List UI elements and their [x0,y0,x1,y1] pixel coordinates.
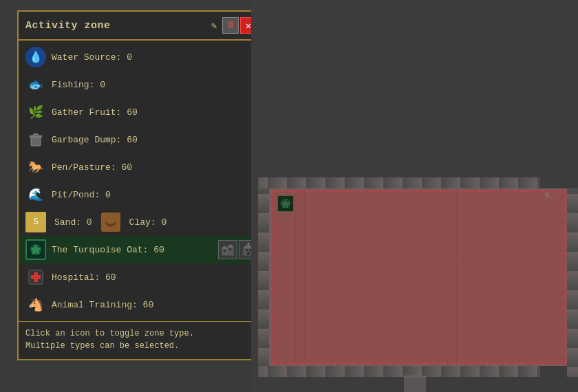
animal-training-label: Animal Training: 60 [52,300,258,310]
footer-line1: Click an icon to toggle zone type. [25,327,257,340]
clay-label: Clay: 0 [129,217,167,228]
stone-border-top [258,177,540,188]
clay-icon [99,210,122,234]
bottom-pillar [404,375,426,392]
turquoise-oat-icon [24,238,47,261]
svg-marker-11 [222,246,227,248]
zone-item-animal-training[interactable]: 🐴 Animal Training: 60 [19,291,264,318]
hospital-icon [24,265,47,289]
gather-fruit-label: Gather Fruit: 60 [52,107,258,118]
stone-border-left [258,188,269,377]
game-world: N... [251,0,578,392]
pen-pasture-label: Pen/Pasture: 60 [52,162,258,173]
footer-line2: Multiple types can be selected. [25,340,257,352]
header-controls: ✎ ⏸ ✕ [207,17,257,34]
panel-footer: Click an icon to toggle zone type. Multi… [19,321,264,359]
animal-training-icon: 🐴 [24,293,47,316]
building-icon-1 [218,240,237,259]
zone-item-turquoise-oat[interactable]: The Turquoise Oat: 60 [19,236,264,263]
svg-rect-18 [247,252,250,255]
zone-item-water-source[interactable]: 💧 Water Source: 0 [19,43,264,71]
water-source-label: Water Source: 0 [52,52,258,63]
map-coordinates: N... [545,192,561,199]
turquoise-oat-label: The Turquoise Oat: 60 [52,245,218,255]
fishing-icon: 🐟 [24,73,47,96]
gather-fruit-icon: 🌿 [24,100,47,124]
activity-zone-panel: Activity zone ✎ ⏸ ✕ 💧 Water Source: 0 🐟 … [17,10,265,360]
zone-item-garbage-dump[interactable]: Garbage Dump: 60 [19,126,264,153]
svg-marker-14 [228,244,233,247]
zone-item-pit-pond[interactable]: 🌊 Pit/Pond: 0 [19,181,264,208]
stone-border-bottom [258,366,540,377]
panel-header: Activity zone ✎ ⏸ ✕ [19,12,264,41]
garbage-dump-icon [24,128,47,151]
sand-label: Sand: 0 [54,217,92,228]
water-source-icon: 💧 [24,45,47,69]
fishing-label: Fishing: 0 [52,80,258,90]
svg-rect-1 [30,135,42,138]
zone-item-hospital[interactable]: Hospital: 60 [19,263,264,291]
svg-rect-10 [224,250,226,252]
stone-border-right [567,188,578,377]
pen-pasture-icon: 🐎 [24,155,47,179]
hospital-label: Hospital: 60 [52,272,258,283]
zone-item-gather-fruit[interactable]: 🌿 Gather Fruit: 60 [19,98,264,126]
map-marker-icon [277,195,294,212]
svg-rect-12 [228,247,233,255]
zone-items-list: 💧 Water Source: 0 🐟 Fishing: 0 🌿 Gather … [19,41,264,321]
map-interior: N... [269,188,567,366]
pit-pond-icon: 🌊 [24,183,47,206]
zone-item-sand-clay[interactable]: S Sand: 0 Clay: 0 [19,208,264,236]
svg-rect-13 [229,248,231,250]
texture [269,188,567,366]
svg-point-6 [106,217,116,224]
pit-pond-label: Pit/Pond: 0 [52,190,258,200]
zone-item-pen-pasture[interactable]: 🐎 Pen/Pasture: 60 [19,153,264,181]
svg-rect-24 [31,275,41,279]
pause-button[interactable]: ⏸ [222,17,239,34]
garbage-dump-label: Garbage Dump: 60 [52,135,258,145]
svg-rect-16 [246,249,248,251]
panel-title: Activity zone [25,20,111,32]
sand-icon: S [24,210,47,234]
edit-icon[interactable]: ✎ [207,19,221,32]
zone-item-fishing[interactable]: 🐟 Fishing: 0 [19,71,264,98]
